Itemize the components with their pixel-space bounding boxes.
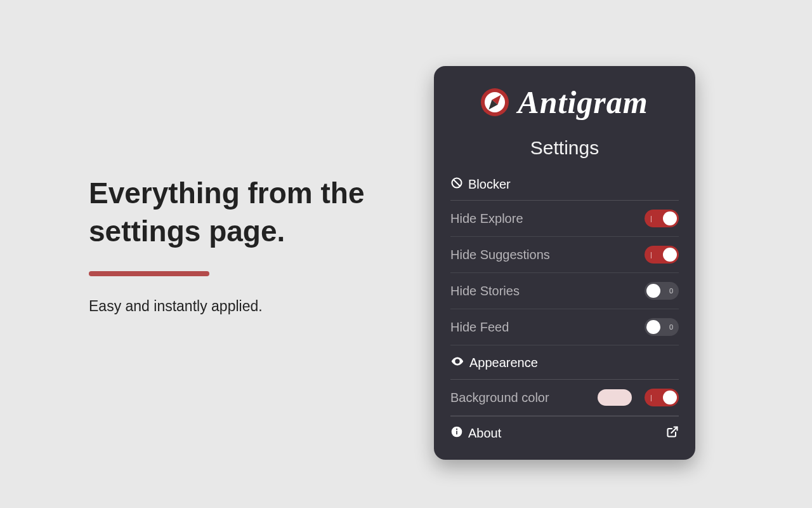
- setting-label: Hide Explore: [450, 211, 523, 226]
- headline-underline: [89, 271, 209, 276]
- app-name: Antigram: [518, 84, 648, 121]
- setting-row-hide-explore: Hide Explore |: [450, 201, 679, 237]
- toggle-background-color[interactable]: |: [645, 389, 679, 406]
- svg-line-6: [671, 427, 677, 433]
- section-appearance-header: Appearence: [450, 349, 679, 380]
- setting-label: Hide Suggestions: [450, 248, 550, 262]
- settings-panel: Antigram Settings Blocker Hide Explore |…: [434, 66, 695, 460]
- app-brand: Antigram: [450, 84, 679, 121]
- about-row[interactable]: About: [450, 416, 679, 441]
- setting-label: Background color: [450, 391, 549, 405]
- settings-title: Settings: [450, 137, 679, 159]
- compass-icon: [481, 88, 509, 116]
- setting-label: Hide Feed: [450, 320, 509, 335]
- block-icon: [450, 177, 463, 192]
- svg-point-5: [456, 429, 457, 430]
- setting-row-hide-stories: Hide Stories 0: [450, 273, 679, 309]
- section-blocker-header: Blocker: [450, 171, 679, 201]
- toggle-hide-explore[interactable]: |: [645, 210, 679, 227]
- svg-point-2: [456, 360, 459, 363]
- eye-icon: [450, 354, 464, 371]
- promo-headline: Everything from the settings page.: [89, 175, 393, 251]
- setting-row-hide-suggestions: Hide Suggestions |: [450, 237, 679, 273]
- svg-rect-4: [456, 431, 457, 434]
- setting-row-hide-feed: Hide Feed 0: [450, 309, 679, 345]
- external-link-icon[interactable]: [666, 425, 679, 441]
- background-color-swatch[interactable]: [598, 389, 632, 406]
- promo-subline: Easy and instantly applied.: [89, 298, 393, 315]
- promo-block: Everything from the settings page. Easy …: [89, 175, 393, 315]
- section-blocker-title: Blocker: [468, 177, 511, 192]
- svg-line-1: [454, 180, 461, 187]
- info-icon: [450, 425, 463, 441]
- setting-label: Hide Stories: [450, 284, 520, 298]
- section-appearance-title: Appearence: [469, 356, 538, 370]
- setting-row-background-color: Background color |: [450, 380, 679, 416]
- about-label: About: [468, 426, 501, 441]
- toggle-hide-feed[interactable]: 0: [645, 318, 679, 336]
- toggle-hide-suggestions[interactable]: |: [645, 246, 679, 264]
- toggle-hide-stories[interactable]: 0: [645, 282, 679, 300]
